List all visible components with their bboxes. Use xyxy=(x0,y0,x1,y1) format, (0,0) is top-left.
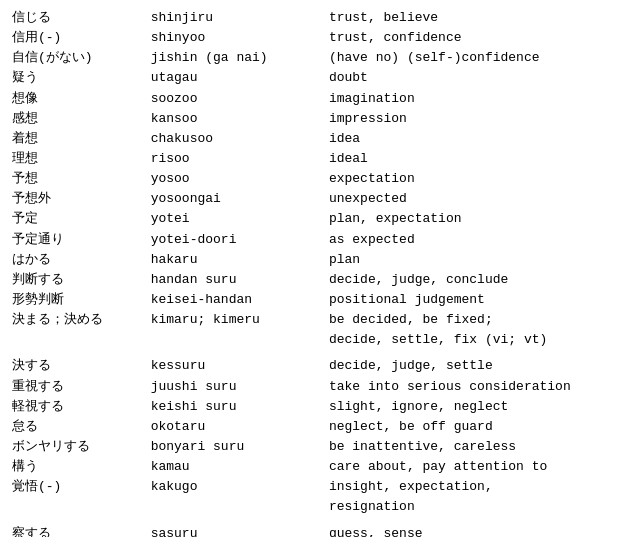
vocab-row: 信じるshinjirutrust, believe xyxy=(10,8,622,28)
english-cell: expectation xyxy=(327,169,622,189)
english-cell: care about, pay attention to xyxy=(327,457,622,477)
romaji-cell: keisei-handan xyxy=(149,290,327,310)
romaji-cell: kansoo xyxy=(149,109,327,129)
vocab-row: 想像soozooimagination xyxy=(10,89,622,109)
japanese-cell: 信用(-) xyxy=(10,28,149,48)
vocab-row: 疑うutagaudoubt xyxy=(10,68,622,88)
english-cell: plan, expectation xyxy=(327,209,622,229)
romaji-cell: yosoongai xyxy=(149,189,327,209)
vocab-row: はかるhakaruplan xyxy=(10,250,622,270)
romaji-cell: shinyoo xyxy=(149,28,327,48)
english-cell: imagination xyxy=(327,89,622,109)
romaji-cell: kakugo xyxy=(149,477,327,517)
romaji-cell: risoo xyxy=(149,149,327,169)
japanese-cell: 予想 xyxy=(10,169,149,189)
japanese-cell: 感想 xyxy=(10,109,149,129)
romaji-cell: handan suru xyxy=(149,270,327,290)
romaji-cell: okotaru xyxy=(149,417,327,437)
vocab-row: 構うkamaucare about, pay attention to xyxy=(10,457,622,477)
romaji-cell: jishin (ga nai) xyxy=(149,48,327,68)
vocab-row: 感想kansooimpression xyxy=(10,109,622,129)
english-cell: decide, judge, conclude xyxy=(327,270,622,290)
japanese-cell: 自信(がない) xyxy=(10,48,149,68)
japanese-cell: 予定 xyxy=(10,209,149,229)
english-cell: take into serious consideration xyxy=(327,377,622,397)
japanese-cell: 怠る xyxy=(10,417,149,437)
english-cell: guess, sense xyxy=(327,524,622,537)
english-cell: idea xyxy=(327,129,622,149)
vocab-row: 予想外yosoongaiunexpected xyxy=(10,189,622,209)
vocab-row: 察するsasuruguess, sense xyxy=(10,524,622,537)
english-cell: (have no) (self-)confidence xyxy=(327,48,622,68)
japanese-cell: 決まる；決める xyxy=(10,310,149,350)
romaji-cell: utagau xyxy=(149,68,327,88)
vocab-row: 予定通りyotei-doorias expected xyxy=(10,230,622,250)
japanese-cell: 重視する xyxy=(10,377,149,397)
japanese-cell: 疑う xyxy=(10,68,149,88)
japanese-cell: 予想外 xyxy=(10,189,149,209)
romaji-cell: yosoo xyxy=(149,169,327,189)
japanese-cell: 信じる xyxy=(10,8,149,28)
vocab-row: 決まる；決めるkimaru; kimerube decided, be fixe… xyxy=(10,310,622,350)
japanese-cell: 着想 xyxy=(10,129,149,149)
romaji-cell: kamau xyxy=(149,457,327,477)
english-cell: unexpected xyxy=(327,189,622,209)
romaji-cell: chakusoo xyxy=(149,129,327,149)
vocab-row: 着想chakusooidea xyxy=(10,129,622,149)
japanese-cell: 決する xyxy=(10,356,149,376)
romaji-cell: shinjiru xyxy=(149,8,327,28)
romaji-cell: juushi suru xyxy=(149,377,327,397)
romaji-cell: hakaru xyxy=(149,250,327,270)
vocab-row: 形勢判断keisei-handanpositional judgement xyxy=(10,290,622,310)
english-cell: slight, ignore, neglect xyxy=(327,397,622,417)
romaji-cell: bonyari suru xyxy=(149,437,327,457)
vocab-row: 理想risooideal xyxy=(10,149,622,169)
vocab-row: 軽視するkeishi suruslight, ignore, neglect xyxy=(10,397,622,417)
vocab-row: ボンヤリするbonyari surube inattentive, carele… xyxy=(10,437,622,457)
english-cell: decide, judge, settle xyxy=(327,356,622,376)
english-cell: be inattentive, careless xyxy=(327,437,622,457)
english-cell: plan xyxy=(327,250,622,270)
vocab-row: 信用(-)shinyootrust, confidence xyxy=(10,28,622,48)
vocab-row: 重視するjuushi surutake into serious conside… xyxy=(10,377,622,397)
english-cell: as expected xyxy=(327,230,622,250)
english-cell: ideal xyxy=(327,149,622,169)
japanese-cell: 予定通り xyxy=(10,230,149,250)
japanese-cell: 構う xyxy=(10,457,149,477)
romaji-cell: keishi suru xyxy=(149,397,327,417)
vocab-row: 予定yoteiplan, expectation xyxy=(10,209,622,229)
vocab-row: 予想yosooexpectation xyxy=(10,169,622,189)
english-cell: impression xyxy=(327,109,622,129)
romaji-cell: soozoo xyxy=(149,89,327,109)
japanese-cell: 理想 xyxy=(10,149,149,169)
english-cell: neglect, be off guard xyxy=(327,417,622,437)
vocab-row: 判断するhandan surudecide, judge, conclude xyxy=(10,270,622,290)
english-cell: trust, believe xyxy=(327,8,622,28)
japanese-cell: 判断する xyxy=(10,270,149,290)
vocab-row: 覚悟(-)kakugoinsight, expectation,resignat… xyxy=(10,477,622,517)
japanese-cell: 軽視する xyxy=(10,397,149,417)
japanese-cell: 覚悟(-) xyxy=(10,477,149,517)
japanese-cell: 想像 xyxy=(10,89,149,109)
english-cell: positional judgement xyxy=(327,290,622,310)
vocab-row: 決するkessurudecide, judge, settle xyxy=(10,356,622,376)
romaji-cell: sasuru xyxy=(149,524,327,537)
japanese-cell: 形勢判断 xyxy=(10,290,149,310)
romaji-cell: kimaru; kimeru xyxy=(149,310,327,350)
english-cell: be decided, be fixed;decide, settle, fix… xyxy=(327,310,622,350)
english-cell: doubt xyxy=(327,68,622,88)
japanese-cell: はかる xyxy=(10,250,149,270)
romaji-cell: yotei-doori xyxy=(149,230,327,250)
vocabulary-table: 信じるshinjirutrust, believe信用(-)shinyootru… xyxy=(10,8,622,537)
japanese-cell: ボンヤリする xyxy=(10,437,149,457)
romaji-cell: kessuru xyxy=(149,356,327,376)
english-cell: trust, confidence xyxy=(327,28,622,48)
japanese-cell: 察する xyxy=(10,524,149,537)
english-cell: insight, expectation,resignation xyxy=(327,477,622,517)
vocab-row: 自信(がない)jishin (ga nai)(have no) (self-)c… xyxy=(10,48,622,68)
vocab-row: 怠るokotaruneglect, be off guard xyxy=(10,417,622,437)
romaji-cell: yotei xyxy=(149,209,327,229)
